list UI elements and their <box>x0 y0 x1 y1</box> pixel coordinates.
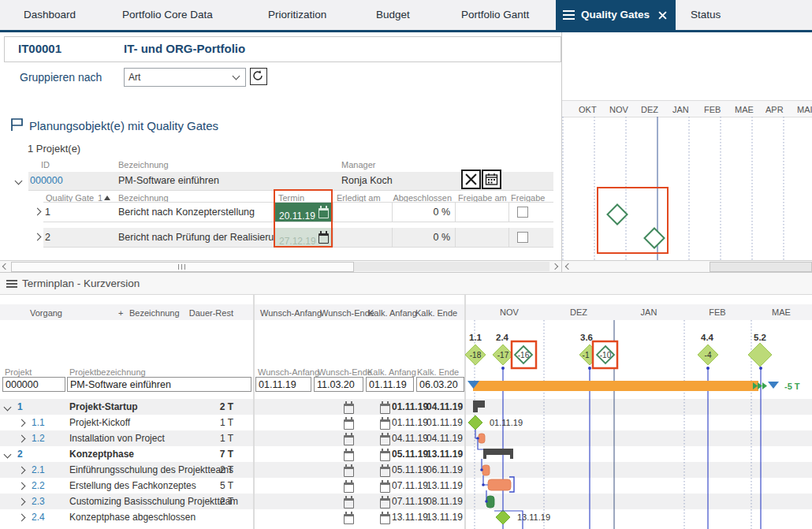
add-task-button[interactable]: + <box>118 308 123 318</box>
scroll-right-icon[interactable] <box>552 263 558 270</box>
tab-portfolio-core-data[interactable]: Portfolio Core Data <box>122 0 213 30</box>
month-label: NOV <box>500 307 520 317</box>
expand-icon[interactable] <box>18 419 26 427</box>
scrollbar-thumb[interactable] <box>11 262 354 272</box>
scroll-left-icon[interactable] <box>565 263 572 270</box>
tab-quality-gates-active[interactable]: Quality Gates <box>556 0 676 32</box>
task-row[interactable]: 1.1 Projekt-Kickoff 1 T 01.11.19 01.11.1… <box>0 415 464 430</box>
scroll-left-icon[interactable] <box>2 263 9 270</box>
collapse-icon[interactable] <box>15 177 23 185</box>
menu-icon[interactable] <box>563 10 575 20</box>
tab-budget[interactable]: Budget <box>376 0 410 30</box>
month-label: MAE <box>772 307 791 317</box>
close-tab-icon[interactable] <box>658 11 667 20</box>
col-header-wunsch-anfang[interactable]: Wunsch-Anfang <box>260 308 322 318</box>
task-nr[interactable]: 2.1 <box>32 462 45 478</box>
task-row[interactable]: 2.3 Customizing Basisschulung Projekttea… <box>0 494 464 509</box>
task-nr[interactable]: 2.4 <box>32 509 45 525</box>
delete-button[interactable] <box>461 170 481 189</box>
calendar-icon[interactable] <box>344 467 354 477</box>
task-row[interactable]: 2 Konzeptphase 7 T 05.11.19 13.11.19 <box>0 446 464 462</box>
expand-icon[interactable] <box>18 498 26 506</box>
col-header-wunsch-ende[interactable]: Wunsch-Ende <box>320 308 374 318</box>
col-header-bezeichnung[interactable]: Bezeichnung <box>129 308 180 318</box>
task-kalk-ende: 13.11.19 <box>426 509 463 525</box>
freigabe-checkbox[interactable] <box>517 207 528 218</box>
menu-icon[interactable] <box>6 280 17 288</box>
calendar-icon[interactable] <box>344 482 354 493</box>
col-header-vorgang[interactable]: Vorgang <box>30 308 62 318</box>
col-header-kalk-ende[interactable]: Kalk. Ende <box>415 308 457 318</box>
task-duration: 2 T <box>181 494 233 509</box>
collapse-icon[interactable] <box>4 451 12 459</box>
task-bar[interactable] <box>482 465 490 475</box>
phase-summary-bar[interactable] <box>483 449 513 459</box>
project-id[interactable]: 000000 <box>30 172 63 190</box>
calendar-icon[interactable] <box>380 498 390 509</box>
calendar-icon[interactable] <box>344 435 354 445</box>
refresh-button[interactable] <box>250 68 267 85</box>
scrollbar-thumb[interactable] <box>710 262 812 272</box>
calendar-icon[interactable] <box>380 514 390 524</box>
calendar-icon[interactable] <box>380 482 390 493</box>
task-row[interactable]: 2.4 Konzeptphase abgeschlossen 13.11.19 … <box>0 509 464 525</box>
task-row[interactable]: 1.2 Installation von Project 1 T 04.11.1… <box>0 430 464 446</box>
calendar-icon[interactable] <box>344 514 354 524</box>
kalk-anfang-input[interactable] <box>366 377 414 392</box>
calendar-icon[interactable] <box>344 498 354 509</box>
calendar-icon[interactable] <box>344 404 354 414</box>
collapse-icon[interactable] <box>4 404 12 412</box>
tab-prioritization[interactable]: Prioritization <box>268 0 326 30</box>
project-name-input[interactable] <box>67 377 251 392</box>
tab-portfolio-gantt[interactable]: Portfolio Gantt <box>461 0 529 30</box>
freigabe-checkbox[interactable] <box>517 232 528 243</box>
task-nr[interactable]: 1 <box>17 399 23 415</box>
expand-icon[interactable] <box>18 435 26 443</box>
col-header-kalk-anfang[interactable]: Kalk. Anfang <box>368 308 417 318</box>
task-bar[interactable] <box>479 434 485 443</box>
expand-icon[interactable] <box>34 208 42 216</box>
phase-done-milestone-diamond[interactable] <box>496 510 510 524</box>
calendar-icon[interactable] <box>380 404 390 414</box>
task-nr[interactable]: 2.3 <box>32 494 45 509</box>
tab-quality-gates-label: Quality Gates <box>581 0 650 30</box>
month-label: OKT <box>579 105 597 114</box>
label-kalk-anfang: Kalk. Anfang <box>367 367 416 377</box>
wunsch-anfang-input[interactable] <box>255 377 311 392</box>
tab-dashboard[interactable]: Dashboard <box>24 0 76 30</box>
scrollbar-track[interactable] <box>352 262 549 271</box>
calendar-icon[interactable] <box>380 435 390 445</box>
expand-icon[interactable] <box>18 482 26 490</box>
task-row[interactable]: 1 Projekt-Startup 2 T 01.11.19 04.11.19 <box>0 399 464 415</box>
gantt-month-header: NOV DEZ JAN FEB MAE <box>500 307 791 317</box>
task-row[interactable]: 2.2 Erstellung des Fachkonzeptes 5 T 07.… <box>0 478 464 494</box>
calendar-icon[interactable] <box>344 451 354 461</box>
task-nr[interactable]: 1.2 <box>32 430 45 446</box>
expand-icon[interactable] <box>18 514 26 522</box>
milestone-value: -17 <box>497 351 509 359</box>
calendar-icon[interactable] <box>380 451 390 461</box>
task-nr[interactable]: 2 <box>17 446 23 462</box>
task-kalk-anfang: 05.11.19 <box>392 446 428 462</box>
calendar-icon[interactable] <box>344 419 354 430</box>
tab-status[interactable]: Status <box>691 0 721 30</box>
task-nr[interactable]: 2.2 <box>32 478 45 494</box>
task-bar[interactable] <box>488 479 511 490</box>
delay-label: -5 T <box>784 382 800 391</box>
project-id-input[interactable] <box>2 377 65 392</box>
task-nr[interactable]: 1.1 <box>32 415 45 430</box>
calendar-icon[interactable] <box>380 467 390 477</box>
kickoff-milestone-diamond[interactable] <box>468 415 482 430</box>
phase-start-flag[interactable] <box>473 400 485 412</box>
wunsch-ende-input[interactable] <box>314 377 363 392</box>
terminplan-header-bar: Terminplan - Kurzversion <box>0 273 812 295</box>
calendar-icon[interactable] <box>380 419 390 430</box>
project-summary-bar[interactable] <box>473 381 758 391</box>
col-header-dauer-rest[interactable]: Dauer-Rest <box>181 308 233 318</box>
calendar-button[interactable] <box>482 170 501 189</box>
expand-icon[interactable] <box>34 233 42 241</box>
kalk-ende-input[interactable] <box>416 377 464 392</box>
expand-icon[interactable] <box>18 467 26 475</box>
task-row[interactable]: 2.1 Einführungsschulung des Projektteams… <box>0 462 464 478</box>
group-by-select[interactable]: Art <box>124 68 246 87</box>
